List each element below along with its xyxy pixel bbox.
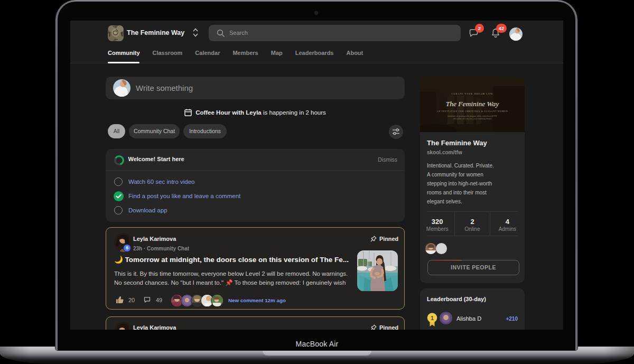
svg-text:The Feminine Way: The Feminine Way	[446, 100, 499, 108]
svg-text:CURATE YOUR DREAM LIFE: CURATE YOUR DREAM LIFE	[451, 92, 493, 95]
svg-text:1: 1	[431, 315, 434, 321]
svg-text:AN INVITATION FOR AMBITIOUS &: AN INVITATION FOR AMBITIOUS & ELEGANT WO…	[437, 110, 508, 113]
